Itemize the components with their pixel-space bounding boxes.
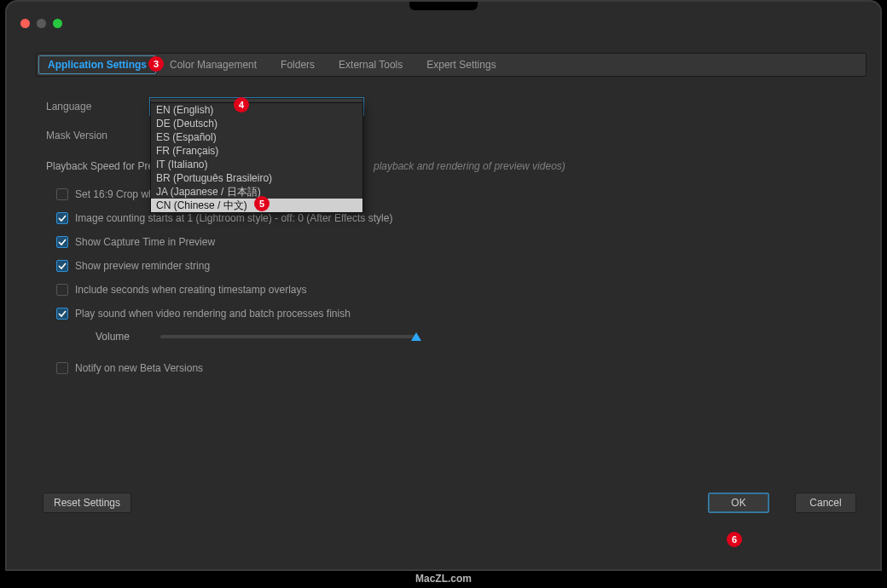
tab-application-settings[interactable]: Application Settings bbox=[38, 55, 156, 74]
tab-external-tools[interactable]: External Tools bbox=[327, 54, 415, 76]
beta-checkbox[interactable] bbox=[56, 362, 68, 374]
volume-label: Volume bbox=[96, 331, 147, 343]
tab-label: Application Settings bbox=[48, 59, 147, 71]
annotation-badge-4: 4 bbox=[234, 97, 249, 112]
capture-label: Show Capture Time in Preview bbox=[75, 236, 215, 248]
counting-label: Image counting starts at 1 (Lightroom st… bbox=[75, 212, 392, 224]
language-label: Language bbox=[46, 101, 150, 112]
lang-option-br[interactable]: BR (Português Brasileiro) bbox=[151, 171, 362, 185]
brand-watermark: MacZL.com bbox=[0, 573, 887, 585]
tab-label: Color Management bbox=[170, 59, 257, 71]
tab-folders[interactable]: Folders bbox=[269, 54, 327, 76]
annotation-badge-3: 3 bbox=[148, 56, 164, 72]
reset-button[interactable]: Reset Settings bbox=[43, 493, 131, 513]
sound-checkbox[interactable] bbox=[56, 308, 68, 320]
slider-thumb-icon[interactable] bbox=[411, 332, 421, 341]
annotation-badge-5: 5 bbox=[254, 196, 270, 211]
lang-option-es[interactable]: ES (Español) bbox=[151, 130, 362, 144]
playback-hint: playback and rendering of preview videos… bbox=[374, 160, 565, 172]
counting-checkbox[interactable] bbox=[56, 212, 68, 224]
lang-option-en[interactable]: EN (English) bbox=[151, 103, 362, 117]
language-dropdown-list[interactable]: EN (English) DE (Deutsch) ES (Español) F… bbox=[150, 102, 363, 213]
mask-version-label: Mask Version bbox=[46, 130, 150, 141]
close-icon[interactable] bbox=[20, 19, 30, 28]
volume-slider[interactable] bbox=[160, 335, 416, 338]
tab-label: Folders bbox=[281, 59, 315, 71]
beta-label: Notify on new Beta Versions bbox=[75, 362, 203, 374]
tab-color-management[interactable]: Color Management bbox=[158, 54, 269, 76]
tab-label: External Tools bbox=[339, 59, 403, 71]
reset-label: Reset Settings bbox=[54, 497, 120, 509]
cancel-button[interactable]: Cancel bbox=[795, 493, 856, 513]
lang-option-fr[interactable]: FR (Français) bbox=[151, 144, 362, 158]
tab-label: Expert Settings bbox=[426, 59, 496, 71]
sound-label: Play sound when video rendering and batc… bbox=[75, 308, 351, 320]
annotation-badge-6: 6 bbox=[727, 532, 742, 547]
fullscreen-icon[interactable] bbox=[53, 19, 62, 28]
window-controls bbox=[20, 19, 62, 28]
reminder-checkbox[interactable] bbox=[56, 260, 68, 272]
crop-checkbox[interactable] bbox=[56, 188, 68, 200]
capture-checkbox[interactable] bbox=[56, 236, 68, 248]
reminder-label: Show preview reminder string bbox=[75, 260, 210, 272]
minimize-icon[interactable] bbox=[37, 19, 46, 28]
cancel-label: Cancel bbox=[809, 497, 841, 509]
lang-option-de[interactable]: DE (Deutsch) bbox=[151, 117, 362, 130]
seconds-label: Include seconds when creating timestamp … bbox=[75, 284, 306, 296]
seconds-checkbox[interactable] bbox=[56, 284, 68, 296]
device-notch bbox=[409, 2, 478, 10]
ok-button[interactable]: OK bbox=[708, 493, 769, 513]
ok-label: OK bbox=[731, 497, 745, 509]
tab-expert-settings[interactable]: Expert Settings bbox=[415, 54, 507, 76]
lang-option-it[interactable]: IT (Italiano) bbox=[151, 158, 362, 171]
